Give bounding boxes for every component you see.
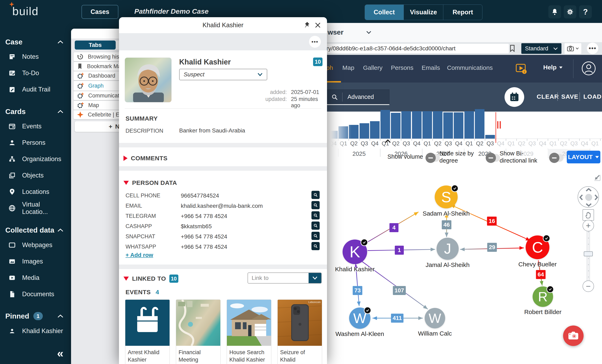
sidebar-item-pinned-khalid-kashier[interactable]: Khalid Kashier <box>8 325 67 337</box>
hand-tool-button[interactable] <box>582 209 594 221</box>
node-size-toggle[interactable] <box>486 154 500 162</box>
timeline-collapse-caret[interactable] <box>385 139 391 143</box>
notifications-button[interactable] <box>548 5 561 18</box>
graph-node-robert[interactable]: R <box>533 286 553 307</box>
screenshot-button[interactable] <box>565 43 581 54</box>
search-value-button[interactable] <box>312 242 320 250</box>
timeline-bar[interactable] <box>391 113 400 139</box>
sidebar-item-locations[interactable]: Locations <box>8 186 67 198</box>
pan-down-icon[interactable] <box>585 203 592 207</box>
timeline-bar[interactable] <box>464 111 474 139</box>
sidebar-item-media[interactable]: Media <box>8 272 67 284</box>
cases-button[interactable]: Cases <box>82 5 118 19</box>
timeline-bar[interactable] <box>370 121 380 139</box>
timeline-bar[interactable] <box>485 135 495 139</box>
tab-communications[interactable]: Communications <box>447 64 493 71</box>
event-card-financial-meeting[interactable]: Financial Meeting <box>176 300 221 364</box>
bookmark-icon[interactable] <box>509 45 515 52</box>
timeline-bar[interactable] <box>454 112 463 139</box>
timeline-bar[interactable] <box>380 110 390 139</box>
url-more-button[interactable]: ••• <box>587 43 598 54</box>
sidebar-section-collected-data[interactable]: Collected data <box>5 224 64 236</box>
sidebar-section-pinned[interactable]: Pinned 1 <box>5 310 64 322</box>
fit-to-screen-icon[interactable] <box>593 174 601 182</box>
sidebar-item-persons[interactable]: Persons <box>8 137 67 149</box>
sidebar-item-objects[interactable]: Objects <box>8 170 67 181</box>
timeline-bar[interactable] <box>433 111 442 139</box>
zoom-slider-track[interactable] <box>587 227 590 287</box>
graph-node-william[interactable]: W <box>425 308 445 328</box>
sidebar-item-webpages[interactable]: Webpages <box>8 239 67 251</box>
snapshot-fab-button[interactable] <box>563 325 584 346</box>
timeline-histogram[interactable] <box>327 109 602 139</box>
layout-button[interactable]: LAYOUT <box>567 151 600 163</box>
search-value-button[interactable] <box>312 191 320 199</box>
tab-gallery[interactable]: Gallery <box>363 64 383 71</box>
sidebar-item-audit-trail[interactable]: Audit Trail <box>8 84 67 95</box>
person-data-section-toggle[interactable]: PERSON DATA <box>123 179 177 186</box>
settings-button[interactable] <box>564 5 576 18</box>
tab-map[interactable]: Map <box>342 64 354 71</box>
event-card-house-search[interactable]: House Search Khalid Kashier <box>227 300 271 364</box>
pan-control[interactable] <box>578 186 599 208</box>
sidebar-item-todo[interactable]: To-Do <box>8 67 67 79</box>
collapse-sidebar-button[interactable]: « <box>57 348 64 359</box>
sidebar-section-cards[interactable]: Cards <box>5 106 64 117</box>
search-value-button[interactable] <box>312 232 320 240</box>
browser-selector[interactable]: wser <box>328 28 371 36</box>
modal-more-button[interactable]: ••• <box>309 36 321 48</box>
link-to-dropdown[interactable]: Link to <box>247 272 322 284</box>
add-row-link[interactable]: + Add row <box>126 252 153 258</box>
tab-visualize[interactable]: Visualize <box>404 5 443 20</box>
timeline-current-marker[interactable] <box>495 112 496 143</box>
load-button[interactable]: LOAD <box>583 93 602 100</box>
profile-dropdown[interactable]: Standard <box>521 43 561 54</box>
timeline-bar[interactable] <box>360 123 369 139</box>
zoom-slider-handle[interactable] <box>584 251 593 256</box>
sidebar-section-case[interactable]: Case <box>5 36 64 48</box>
pan-left-icon[interactable] <box>579 194 583 201</box>
graph-node-washem[interactable]: W <box>349 308 370 329</box>
timeline-bar[interactable] <box>443 112 453 139</box>
tabs-header-button[interactable]: Tabs <box>75 41 116 50</box>
timeline-bar[interactable] <box>412 111 422 139</box>
url-input[interactable] <box>323 44 509 53</box>
timeline-bar[interactable] <box>475 109 484 139</box>
tab-report[interactable]: Report <box>443 5 482 20</box>
search-value-button[interactable] <box>312 222 320 230</box>
save-button[interactable]: SAVE <box>561 93 578 100</box>
event-card-arrest[interactable]: Arrest Khalid Kashier <box>125 300 170 364</box>
graph-node-chevy[interactable]: C <box>526 236 549 259</box>
event-card-phone-seizure[interactable]: Leboncoin Seizure of Khalid Kashier's ph… <box>278 300 322 364</box>
sidebar-item-events[interactable]: Events <box>8 121 67 132</box>
media-player-icon[interactable]: i <box>515 63 527 75</box>
comments-section-toggle[interactable]: COMMENTS <box>123 155 168 162</box>
sidebar-item-images[interactable]: Images <box>8 256 67 267</box>
timeline-bar[interactable] <box>422 111 432 139</box>
pan-up-icon[interactable] <box>585 188 592 192</box>
search-value-button[interactable] <box>312 211 320 219</box>
help-button[interactable]: ? <box>579 5 592 18</box>
help-menu[interactable]: Help <box>543 64 563 71</box>
timeline-calendar-button[interactable] <box>505 87 524 107</box>
tab-emails[interactable]: Emails <box>422 64 440 71</box>
person-photo[interactable] <box>125 57 172 102</box>
sidebar-item-virtual-locations[interactable]: Virtual Locatio... <box>8 203 67 214</box>
clear-button[interactable]: CLEAR <box>537 93 559 100</box>
zoom-in-button[interactable]: + <box>582 220 594 231</box>
graph-node-sadam[interactable]: S <box>435 185 458 208</box>
role-dropdown[interactable]: Suspect <box>179 69 267 80</box>
zoom-out-button[interactable]: − <box>582 280 594 292</box>
tab-collect[interactable]: Collect <box>365 5 404 20</box>
graph-node-jamal[interactable]: J <box>437 238 459 260</box>
sidebar-item-documents[interactable]: Documents <box>8 289 67 300</box>
close-icon[interactable] <box>315 22 321 28</box>
search-value-button[interactable] <box>312 201 320 209</box>
graph-node-khalid[interactable]: K <box>343 239 367 264</box>
sidebar-item-notes[interactable]: Notes <box>8 51 67 63</box>
sidebar-item-organizations[interactable]: Organizations <box>8 153 67 165</box>
pin-icon[interactable] <box>304 22 310 29</box>
graph-canvas[interactable]: SSadam Al-SheikhKKhalid KashierJJamal Al… <box>327 166 602 364</box>
user-avatar[interactable] <box>581 61 596 76</box>
pan-right-icon[interactable] <box>594 194 598 201</box>
